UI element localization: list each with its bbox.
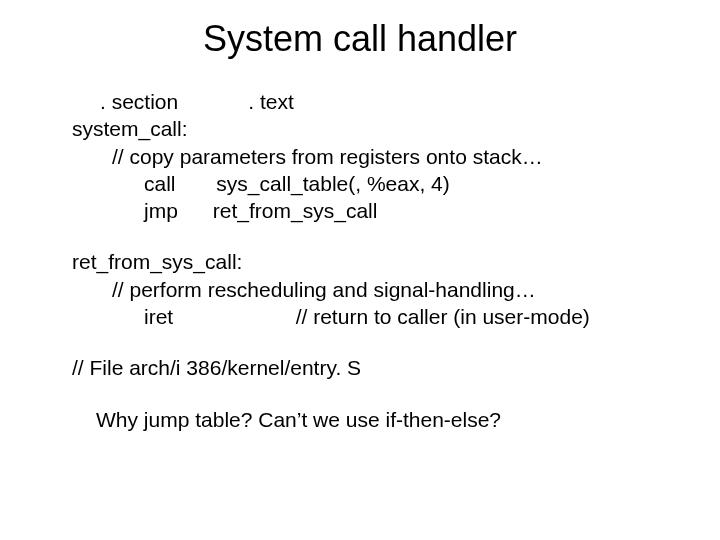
code-line: call sys_call_table(, %eax, 4) [40,170,680,197]
slide-body: . section . text system_call: // copy pa… [40,88,680,433]
code-block-1: . section . text system_call: // copy pa… [40,88,680,224]
code-line: iret // return to caller (in user-mode) [40,303,680,330]
code-comment: // perform rescheduling and signal-handl… [40,276,680,303]
code-line: jmp ret_from_sys_call [40,197,680,224]
file-note: // File arch/i 386/kernel/entry. S [40,354,680,381]
code-line: . section . text [40,88,680,115]
question-line: Why jump table? Can’t we use if-then-els… [40,406,680,433]
code-line: ret_from_sys_call: [40,248,680,275]
code-line: system_call: [40,115,680,142]
code-comment: // copy parameters from registers onto s… [40,143,680,170]
code-block-2: ret_from_sys_call: // perform rescheduli… [40,248,680,330]
slide: System call handler . section . text sys… [0,0,720,540]
slide-title: System call handler [40,18,680,60]
